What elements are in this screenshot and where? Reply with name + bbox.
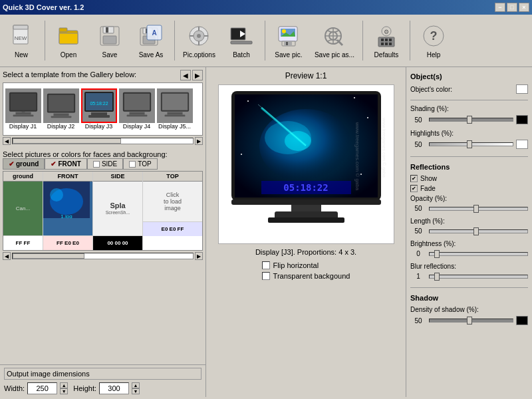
object-color-row: Object's color:: [410, 84, 528, 94]
svg-rect-93: [268, 217, 344, 223]
svg-rect-61: [88, 115, 110, 118]
object-color-swatch[interactable]: [516, 84, 528, 94]
face-col-side-label: SIDE: [93, 172, 142, 182]
gallery-item-j3[interactable]: 05:18:22 Display J3: [80, 88, 117, 130]
face-color-top[interactable]: E0 E0 FF: [143, 221, 202, 236]
transparent-bg-label: Transparent backgound: [273, 272, 350, 280]
transparent-bg-checkbox[interactable]: [262, 272, 270, 280]
face-color-bg[interactable]: FF FF: [3, 235, 43, 250]
output-dims: Width: ▲ ▼ Height: ▲ ▼: [4, 382, 201, 394]
gallery-scroll-track[interactable]: [12, 138, 194, 144]
svg-point-18: [197, 34, 201, 38]
face-tab-side[interactable]: SIDE: [87, 158, 123, 170]
gallery-scroll-thumb[interactable]: [13, 138, 121, 144]
defaults-button[interactable]: ⚙ Defaults: [366, 17, 406, 64]
face-tab-front[interactable]: ✔ FRONT: [45, 158, 86, 170]
density-slider-row: 50: [410, 316, 528, 325]
face-scroll-thumb[interactable]: [13, 253, 84, 259]
face-scroll-left[interactable]: ◀: [3, 252, 11, 260]
gallery-item-j4[interactable]: Display J4: [118, 88, 155, 130]
gallery-scroll-right[interactable]: ▶: [195, 137, 203, 145]
width-input[interactable]: [27, 382, 57, 394]
shading-slider-row: 50: [410, 115, 528, 124]
save-pic-button[interactable]: Save pic.: [269, 17, 309, 64]
highlights-slider[interactable]: [429, 142, 513, 146]
face-tab-background[interactable]: ✔ ground: [3, 158, 45, 170]
height-input[interactable]: [99, 382, 129, 394]
svg-text:NEW: NEW: [15, 35, 27, 41]
face-scroll-track[interactable]: [12, 253, 194, 259]
minimize-button[interactable]: −: [495, 3, 505, 12]
svg-rect-25: [231, 41, 252, 44]
save-as-button[interactable]: A Save As: [131, 17, 171, 64]
show-checkbox[interactable]: ✔: [410, 175, 418, 182]
new-button[interactable]: NEW New: [1, 17, 41, 64]
shading-thumb[interactable]: [467, 116, 472, 124]
gallery-next-button[interactable]: ▶: [192, 70, 203, 80]
pic-options-button[interactable]: Pic.options: [178, 17, 220, 64]
svg-rect-39: [381, 39, 384, 41]
face-section-label: Select pictures or colors for faces and …: [3, 150, 168, 158]
maximize-button[interactable]: □: [507, 3, 517, 12]
svg-rect-9: [106, 27, 108, 33]
density-thumb[interactable]: [467, 317, 472, 325]
gallery-nav: Select a template from the Gallery below…: [3, 70, 203, 80]
gallery-item-j1[interactable]: Display J1: [5, 88, 41, 130]
blur-thumb[interactable]: [434, 273, 440, 281]
face-color-side[interactable]: 00 00 00: [93, 235, 142, 250]
highlights-thumb[interactable]: [467, 140, 472, 148]
brightness-slider-row: 0: [410, 250, 528, 257]
opacity-thumb[interactable]: [473, 205, 479, 213]
length-slider[interactable]: [429, 229, 528, 233]
preview-monitor: 05:18:22 www.treegames.com © gaba: [221, 88, 391, 241]
close-button[interactable]: ×: [519, 3, 529, 12]
gallery-item-j2[interactable]: Display J2: [43, 88, 79, 130]
face-thumb-top[interactable]: Clickto loadimage: [143, 182, 202, 221]
height-up-button[interactable]: ▲: [132, 382, 140, 388]
svg-rect-55: [48, 95, 73, 112]
save-pic-as-button[interactable]: Save pic as...: [310, 17, 359, 64]
shading-swatch: [516, 115, 528, 124]
face-thumb-front[interactable]: 1.jpg: [43, 182, 92, 235]
flip-horizontal-checkbox[interactable]: [262, 261, 270, 269]
fade-checkbox[interactable]: ✔: [410, 185, 418, 192]
brightness-value: 0: [410, 250, 426, 257]
face-thumb-bg[interactable]: Can...: [3, 182, 43, 235]
length-thumb[interactable]: [473, 227, 479, 235]
width-up-button[interactable]: ▲: [60, 382, 68, 388]
svg-point-80: [285, 131, 311, 151]
open-button[interactable]: Open: [49, 17, 88, 64]
height-down-button[interactable]: ▼: [132, 388, 140, 394]
gallery-thumb-j2: [43, 88, 79, 123]
save-icon: [97, 23, 122, 49]
brightness-slider[interactable]: [429, 252, 528, 256]
save-pic-label: Save pic.: [275, 51, 302, 59]
objects-header: Object(s): [410, 72, 528, 80]
highlights-label: Highlights (%):: [410, 130, 528, 137]
density-slider[interactable]: [429, 319, 513, 323]
gallery-thumb-j1: [5, 88, 41, 123]
blur-slider[interactable]: [429, 275, 528, 279]
batch-button[interactable]: Batch: [221, 17, 261, 64]
face-tab-top[interactable]: TOP: [123, 158, 157, 170]
gallery-thumb-j5: [157, 88, 193, 123]
gallery-label-j1: Display J1: [9, 123, 37, 130]
gallery-scroll-left[interactable]: ◀: [3, 137, 11, 145]
density-swatch: [516, 316, 528, 325]
main-layout: Select a template from the Gallery below…: [0, 67, 532, 397]
face-color-front[interactable]: FF E0 E0: [43, 235, 92, 250]
flip-horizontal-label: Flip horizontal: [273, 261, 319, 269]
gallery-prev-button[interactable]: ◀: [180, 70, 191, 80]
face-thumb-side[interactable]: Spla ScreenSh...: [93, 182, 142, 235]
face-scroll-right[interactable]: ▶: [195, 252, 203, 260]
save-button[interactable]: Save: [90, 17, 130, 64]
brightness-thumb[interactable]: [434, 250, 440, 258]
gallery-thumb-j3: 05:18:22: [81, 88, 117, 123]
opacity-slider[interactable]: [429, 207, 528, 211]
svg-point-28: [282, 29, 286, 33]
help-button[interactable]: ? Help: [414, 17, 454, 64]
width-down-button[interactable]: ▼: [60, 388, 68, 394]
gallery-item-j5[interactable]: Display J5...: [156, 88, 193, 130]
shading-slider[interactable]: [429, 118, 513, 122]
app-title: Quick 3D Cover ver. 1.2: [3, 3, 84, 11]
